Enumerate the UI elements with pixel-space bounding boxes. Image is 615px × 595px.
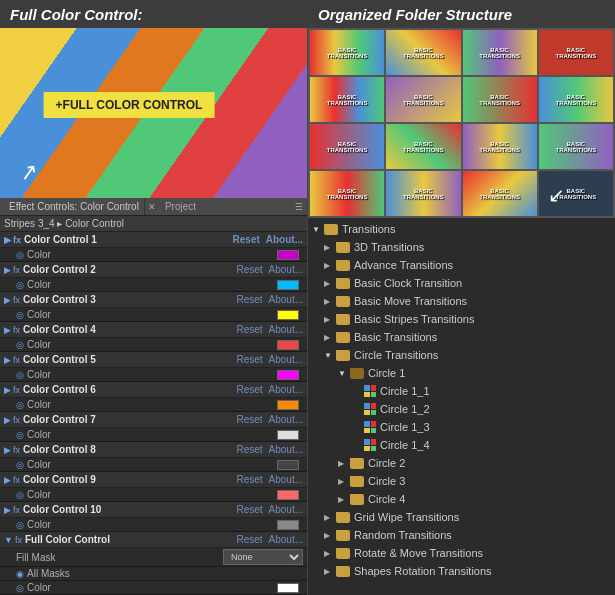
fcc-row: ▼ fx Full Color Control Reset About... [0,532,307,548]
cc4-about[interactable]: About... [269,324,303,335]
fcc-reset[interactable]: Reset [236,534,262,545]
cc5-color-row: ◎ Color [0,368,307,382]
color-control-5-group: ▶ fx Color Control 5 Reset About... ◎ Co… [0,352,307,382]
tree-circle1-2[interactable]: Circle 1_2 [308,400,615,418]
thumb-2: BASICTRANSITIONS [386,30,460,75]
cc4-swatch[interactable] [277,340,299,350]
cc3-swatch[interactable] [277,310,299,320]
tree-advance[interactable]: ▶ Advance Transitions [308,256,615,274]
random-label: Random Transitions [354,529,452,541]
cc4-row: ▶ fx Color Control 4 Reset About... [0,322,307,338]
header: Full Color Control: Organized Folder Str… [0,0,615,28]
cc9-swatch[interactable] [277,490,299,500]
panel-header: Effect Controls: Color Control ✕ Project… [0,198,307,216]
cc1-reset[interactable]: Reset [233,234,260,245]
cc7-reset[interactable]: Reset [236,414,262,425]
cc6-row: ▶ fx Color Control 6 Reset About... [0,382,307,398]
cc8-reset[interactable]: Reset [236,444,262,455]
cc8-row: ▶ fx Color Control 8 Reset About... [0,442,307,458]
fcc-about[interactable]: About... [269,534,303,545]
cc9-row: ▶ fx Color Control 9 Reset About... [0,472,307,488]
cc3-reset[interactable]: Reset [236,294,262,305]
cc1-swatch[interactable] [277,250,299,260]
all-masks-row: ◉ All Masks [0,567,307,581]
cc3-about[interactable]: About... [269,294,303,305]
panel-tab-project[interactable]: Project [165,201,196,212]
color-control-3-group: ▶ fx Color Control 3 Reset About... ◎ Co… [0,292,307,322]
tree-3d[interactable]: ▶ 3D Transitions [308,238,615,256]
cc1-color-row: ◎ Color [0,248,307,262]
transitions-label: Transitions [342,223,395,235]
cc7-about[interactable]: About... [269,414,303,425]
cc2-row: ▶ fx Color Control 2 Reset About... [0,262,307,278]
tree-clock[interactable]: ▶ Basic Clock Transition [308,274,615,292]
tree-circle2[interactable]: ▶ Circle 2 [308,454,615,472]
cc2-swatch[interactable] [277,280,299,290]
cc2-reset[interactable]: Reset [236,264,262,275]
fcc-swatch[interactable] [277,583,299,593]
tree-circle1-4[interactable]: Circle 1_4 [308,436,615,454]
tree-random[interactable]: ▶ Random Transitions [308,526,615,544]
left-panel: +FULL COLOR CONTROL ↗ Effect Controls: C… [0,28,308,595]
cc7-swatch[interactable] [277,430,299,440]
advance-label: Advance Transitions [354,259,453,271]
tree-move[interactable]: ▶ Basic Move Transitions [308,292,615,310]
cc9-about[interactable]: About... [269,474,303,485]
grid-label: Grid Wipe Transitions [354,511,459,523]
cc6-reset[interactable]: Reset [236,384,262,395]
move-label: Basic Move Transitions [354,295,467,307]
cc10-reset[interactable]: Reset [236,504,262,515]
cc8-color-row: ◎ Color [0,458,307,472]
tree-rotate-move[interactable]: ▶ Rotate & Move Transitions [308,544,615,562]
cc6-about[interactable]: About... [269,384,303,395]
folder-tree[interactable]: ▼ Transitions ▶ 3D Transitions ▶ Advance… [308,218,615,595]
cc9-reset[interactable]: Reset [236,474,262,485]
effect-controls-list: ▶ fx Color Control 1 Reset About... ◎ Co… [0,232,307,595]
cc1-name: Color Control 1 [24,234,233,245]
color-label-box: +FULL COLOR CONTROL [44,92,215,118]
fill-mask-dropdown[interactable]: None [223,549,303,565]
cc2-about[interactable]: About... [269,264,303,275]
tree-circle4[interactable]: ▶ Circle 4 [308,490,615,508]
cc6-swatch[interactable] [277,400,299,410]
thumb-15: BASICTRANSITIONS [463,171,537,216]
cc8-about[interactable]: About... [269,444,303,455]
fcc-color-row: ◎ Color [0,581,307,595]
color-control-2-group: ▶ fx Color Control 2 Reset About... ◎ Co… [0,262,307,292]
tree-circle1[interactable]: ▼ Circle 1 [308,364,615,382]
cc9-color-row: ◎ Color [0,488,307,502]
breadcrumb: Stripes 3_4 ▸ Color Control [0,216,307,232]
panel-tab-effect[interactable]: Effect Controls: Color Control [4,198,145,215]
tree-stripes[interactable]: ▶ Basic Stripes Transitions [308,310,615,328]
cc10-swatch[interactable] [277,520,299,530]
thumb-4: BASICTRANSITIONS [539,30,613,75]
cc5-swatch[interactable] [277,370,299,380]
right-panel: BASICTRANSITIONS BASICTRANSITIONS BASICT… [308,28,615,595]
cc8-swatch[interactable] [277,460,299,470]
tree-circle1-3[interactable]: Circle 1_3 [308,418,615,436]
tree-root[interactable]: ▼ Transitions [308,220,615,238]
tree-circle[interactable]: ▼ Circle Transitions [308,346,615,364]
cc4-reset[interactable]: Reset [236,324,262,335]
tree-circle3[interactable]: ▶ Circle 3 [308,472,615,490]
tree-shapes[interactable]: ▶ Shapes Rotation Transitions [308,562,615,580]
cc5-about[interactable]: About... [269,354,303,365]
cc1-about[interactable]: About... [266,234,303,245]
right-header-title: Organized Folder Structure [318,6,512,23]
tree-grid[interactable]: ▶ Grid Wipe Transitions [308,508,615,526]
thumb-14: BASICTRANSITIONS [386,171,460,216]
main-content: +FULL COLOR CONTROL ↗ Effect Controls: C… [0,28,615,595]
rotate-move-label: Rotate & Move Transitions [354,547,483,559]
thumb-12: BASICTRANSITIONS [539,124,613,169]
cc5-row: ▶ fx Color Control 5 Reset About... [0,352,307,368]
circle3-label: Circle 3 [368,475,405,487]
cc5-reset[interactable]: Reset [236,354,262,365]
color-control-6-group: ▶ fx Color Control 6 Reset About... ◎ Co… [0,382,307,412]
tree-basic[interactable]: ▶ Basic Transitions [308,328,615,346]
shapes-label: Shapes Rotation Transitions [354,565,492,577]
preview-area: +FULL COLOR CONTROL ↗ [0,28,307,198]
tree-circle1-1[interactable]: Circle 1_1 [308,382,615,400]
panel-tab-close[interactable]: ✕ [145,202,159,212]
panel-menu[interactable]: ☰ [295,202,303,212]
cc10-about[interactable]: About... [269,504,303,515]
